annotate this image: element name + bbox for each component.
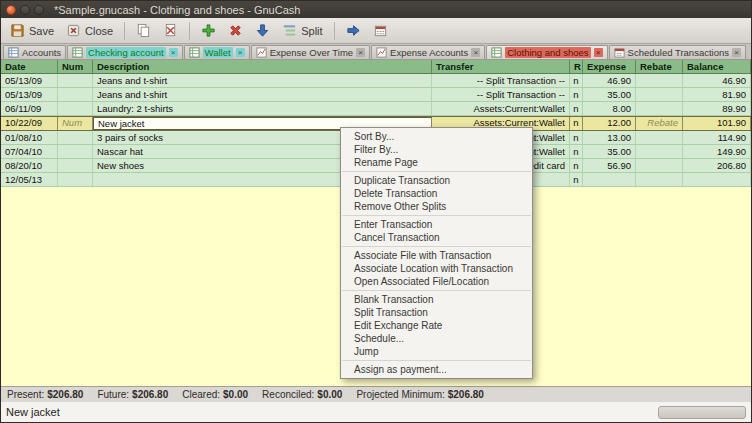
cell-balance[interactable]: 46.90 <box>683 74 751 87</box>
cell-expense[interactable]: 12.00 <box>583 117 636 130</box>
schedule-button[interactable] <box>368 21 393 40</box>
tab-expense-accounts[interactable]: Expense Accounts <box>371 45 485 59</box>
cell-num[interactable] <box>58 74 93 87</box>
cell-date[interactable]: 08/20/10 <box>1 159 58 172</box>
cell-rebate[interactable] <box>636 145 683 158</box>
tab-close-icon[interactable] <box>169 48 178 57</box>
cell-expense[interactable]: 35.00 <box>583 88 636 101</box>
tab-clothing-and-shoes[interactable]: Clothing and shoes <box>486 45 607 59</box>
cell-reconciled[interactable]: n <box>570 88 583 101</box>
cell-date[interactable]: 05/13/09 <box>1 88 58 101</box>
menu-item-schedule[interactable]: Schedule... <box>341 332 532 345</box>
tab-expense-over-time[interactable]: Expense Over Time <box>251 45 370 59</box>
menu-item-jump[interactable]: Jump <box>341 345 532 358</box>
tab-close-icon[interactable] <box>236 48 245 57</box>
duplicate-transaction-button[interactable] <box>131 21 156 40</box>
cell-num[interactable] <box>58 173 93 186</box>
menu-item-sort-by[interactable]: Sort By... <box>341 130 532 143</box>
cell-transfer[interactable]: Assets:Current:Wallet <box>432 102 570 115</box>
cell-reconciled[interactable]: n <box>570 74 583 87</box>
tab-checking-account[interactable]: Checking account <box>67 45 183 59</box>
cell-date[interactable]: 01/08/10 <box>1 131 58 144</box>
menu-item-associate-location[interactable]: Associate Location with Transaction <box>341 262 532 275</box>
cell-expense[interactable] <box>583 173 636 186</box>
cell-reconciled[interactable]: n <box>570 102 583 115</box>
titlebar[interactable]: *Sample.gnucash - Clothing and shoes - G… <box>1 1 751 18</box>
cell-balance[interactable]: 101.90 <box>683 117 751 130</box>
menu-item-cancel-transaction[interactable]: Cancel Transaction <box>341 231 532 244</box>
cell-reconciled[interactable]: n <box>570 117 583 130</box>
cell-expense[interactable]: 8.00 <box>583 102 636 115</box>
menu-item-rename-page[interactable]: Rename Page <box>341 156 532 169</box>
menu-item-split-transaction[interactable]: Split Transaction <box>341 306 532 319</box>
jump-button[interactable] <box>341 21 366 40</box>
cell-rebate-placeholder[interactable]: Rebate <box>636 117 683 130</box>
cell-date[interactable]: 05/13/09 <box>1 74 58 87</box>
window-maximize-button[interactable] <box>34 5 44 15</box>
split-button[interactable]: Split <box>277 21 327 40</box>
cell-expense[interactable]: 35.00 <box>583 145 636 158</box>
tab-scheduled-transactions[interactable]: Scheduled Transactions <box>609 45 746 59</box>
menu-item-remove-other-splits[interactable]: Remove Other Splits <box>341 200 532 213</box>
cell-description[interactable]: Jeans and t-shirt <box>93 74 432 87</box>
cell-num-placeholder[interactable]: Num <box>58 117 93 130</box>
cell-reconciled[interactable]: n <box>570 159 583 172</box>
menu-item-enter-transaction[interactable]: Enter Transaction <box>341 218 532 231</box>
cell-expense[interactable]: 46.90 <box>583 74 636 87</box>
menu-item-open-associated[interactable]: Open Associated File/Location <box>341 275 532 288</box>
menu-item-assign-as-payment[interactable]: Assign as payment... <box>341 363 532 376</box>
tab-close-icon[interactable] <box>594 48 603 57</box>
save-button[interactable]: Save <box>5 21 59 40</box>
cell-transfer[interactable]: -- Split Transaction -- <box>432 74 570 87</box>
cell-balance[interactable]: 114.90 <box>683 131 751 144</box>
cell-reconciled[interactable]: n <box>570 145 583 158</box>
menu-item-associate-file[interactable]: Associate File with Transaction <box>341 249 532 262</box>
cell-balance[interactable] <box>683 173 751 186</box>
menu-item-blank-transaction[interactable]: Blank Transaction <box>341 293 532 306</box>
cell-date[interactable]: 06/11/09 <box>1 102 58 115</box>
window-minimize-button[interactable] <box>20 5 30 15</box>
cell-date[interactable]: 10/22/09 <box>1 117 58 130</box>
cell-balance[interactable]: 89.90 <box>683 102 751 115</box>
table-row[interactable]: 05/13/09 Jeans and t-shirt -- Split Tran… <box>1 74 751 88</box>
cell-description[interactable]: Laundry: 2 t-shirts <box>93 102 432 115</box>
blank-transaction-button[interactable] <box>250 21 275 40</box>
cell-num[interactable] <box>58 159 93 172</box>
cell-description[interactable]: Jeans and t-shirt <box>93 88 432 101</box>
tab-close-icon[interactable] <box>732 48 741 57</box>
tab-close-icon[interactable] <box>356 48 365 57</box>
cell-reconciled[interactable]: n <box>570 173 583 186</box>
cell-expense[interactable]: 13.00 <box>583 131 636 144</box>
cell-expense[interactable]: 56.90 <box>583 159 636 172</box>
cell-transfer[interactable]: -- Split Transaction -- <box>432 88 570 101</box>
table-row[interactable]: 06/11/09 Laundry: 2 t-shirts Assets:Curr… <box>1 102 751 116</box>
cell-num[interactable] <box>58 102 93 115</box>
tab-close-icon[interactable] <box>471 48 480 57</box>
tab-accounts[interactable]: Accounts <box>3 45 66 59</box>
cell-rebate[interactable] <box>636 102 683 115</box>
cell-date[interactable]: 07/04/10 <box>1 145 58 158</box>
cancel-transaction-button[interactable] <box>223 21 248 40</box>
cell-num[interactable] <box>58 88 93 101</box>
cell-date[interactable]: 12/05/13 <box>1 173 58 186</box>
close-button[interactable]: Close <box>61 21 118 40</box>
cell-num[interactable] <box>58 131 93 144</box>
menu-item-duplicate-transaction[interactable]: Duplicate Transaction <box>341 174 532 187</box>
cell-num[interactable] <box>58 145 93 158</box>
menu-item-edit-exchange-rate[interactable]: Edit Exchange Rate <box>341 319 532 332</box>
menu-item-delete-transaction[interactable]: Delete Transaction <box>341 187 532 200</box>
cell-balance[interactable]: 81.90 <box>683 88 751 101</box>
cell-balance[interactable]: 149.90 <box>683 145 751 158</box>
cell-reconciled[interactable]: n <box>570 131 583 144</box>
cell-rebate[interactable] <box>636 74 683 87</box>
tab-wallet[interactable]: Wallet <box>184 45 250 59</box>
cell-rebate[interactable] <box>636 88 683 101</box>
menu-item-filter-by[interactable]: Filter By... <box>341 143 532 156</box>
window-close-button[interactable] <box>6 5 16 15</box>
cell-rebate[interactable] <box>636 159 683 172</box>
enter-transaction-button[interactable] <box>196 21 221 40</box>
table-row[interactable]: 05/13/09 Jeans and t-shirt -- Split Tran… <box>1 88 751 102</box>
cell-balance[interactable]: 206.80 <box>683 159 751 172</box>
delete-transaction-button[interactable] <box>158 21 183 40</box>
cell-rebate[interactable] <box>636 131 683 144</box>
